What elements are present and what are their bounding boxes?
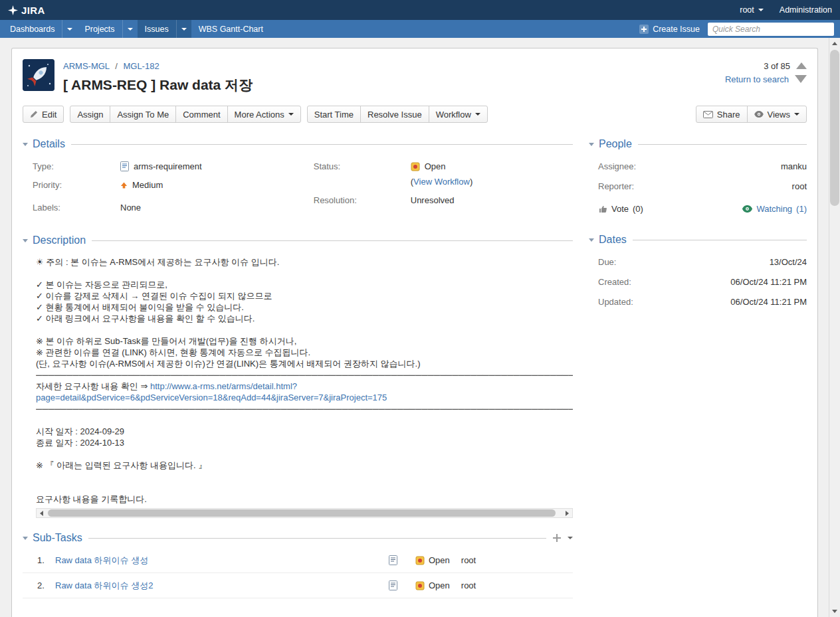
collapse-subtasks-icon[interactable] — [23, 537, 28, 540]
vscroll-thumb[interactable] — [830, 50, 839, 206]
description-line — [36, 482, 573, 493]
description-text: ☀ 주의 : 본 이슈는 A-RMS에서 제공하는 요구사항 이슈 입니다. — [36, 257, 279, 267]
description-line — [36, 268, 573, 279]
more-actions-button[interactable]: More Actions — [227, 106, 301, 123]
share-button[interactable]: Share — [696, 106, 748, 123]
priority-value: Medium — [132, 179, 163, 191]
due-value: 13/Oct/24 — [770, 256, 807, 268]
add-subtask-icon[interactable] — [552, 533, 562, 543]
administration-link[interactable]: Administration — [780, 5, 832, 15]
views-button[interactable]: Views — [747, 106, 807, 123]
issue-type-document-icon — [120, 161, 129, 171]
description-line — [36, 324, 573, 335]
watch-eye-icon — [742, 205, 752, 213]
start-time-button[interactable]: Start Time — [307, 106, 361, 123]
dates-heading: Dates — [599, 234, 627, 246]
issue-panel: ARMS-MGL / MGL-182 [ ARMS-REQ ] Raw data… — [11, 48, 818, 617]
return-to-search-link[interactable]: Return to search — [725, 74, 789, 84]
resolve-issue-button[interactable]: Resolve Issue — [360, 106, 429, 123]
create-issue-button[interactable]: Create Issue — [639, 25, 700, 34]
priority-label: Priority: — [33, 179, 120, 191]
description-hscrollbar[interactable] — [36, 508, 573, 518]
created-value: 06/Oct/24 11:21 PM — [730, 276, 807, 288]
vote-link[interactable]: Vote (0) — [598, 204, 643, 214]
chevron-down-icon — [67, 28, 72, 31]
updated-value: 06/Oct/24 11:21 PM — [730, 296, 807, 308]
envelope-icon — [703, 111, 713, 118]
chevron-down-icon — [758, 9, 764, 11]
subtask-title-link[interactable]: Raw data 하위이슈 생성2 — [55, 580, 153, 590]
quick-search-input[interactable] — [708, 23, 834, 36]
description-text: 요구사항 내용을 기록합니다. — [36, 494, 147, 504]
description-section: Description ☀ 주의 : 본 이슈는 A-RMS에서 제공하는 요구… — [23, 234, 573, 518]
vote-count: (0) — [633, 204, 643, 214]
ops-toolbar: Edit Assign Assign To Me Comment More Ac… — [23, 106, 807, 123]
plus-icon — [639, 25, 649, 34]
breadcrumb-issue-key-link[interactable]: MGL-182 — [123, 61, 159, 71]
nav-item-issues[interactable]: Issues — [138, 20, 191, 38]
section-rule — [92, 240, 573, 241]
user-menu[interactable]: root — [740, 5, 764, 15]
scroll-right-arrow[interactable] — [562, 509, 572, 517]
vote-label: Vote — [611, 204, 629, 214]
scroll-down-arrow[interactable] — [829, 606, 840, 617]
assignee-value: manku — [781, 161, 807, 172]
main-navigation: Dashboards Projects Issues WBS Gantt-Cha… — [0, 20, 840, 38]
description-text: ✓ 본 이슈는 자동으로 관리되므로, — [36, 280, 167, 290]
description-text: 자세한 요구사항 내용 확인 ⇒ — [36, 381, 150, 391]
breadcrumb: ARMS-MGL / MGL-182 — [63, 61, 253, 71]
watching-link[interactable]: Watching (1) — [742, 204, 807, 214]
description-text: ※ 본 이슈 하위로 Sub-Task를 만들어서 개발(업무)을 진행 하시거… — [36, 336, 296, 346]
description-text: ※ 관련한 이슈를 연결 (LINK) 하시면, 현황 통계에 자동으로 수집됩… — [36, 347, 310, 357]
description-link[interactable]: page=detail&pdService=6&pdServiceVersion… — [36, 393, 387, 402]
collapse-details-icon[interactable] — [23, 143, 28, 146]
nav-item-wbs-gantt-chart[interactable]: WBS Gantt-Chart — [191, 20, 270, 38]
nav-item-projects[interactable]: Projects — [77, 20, 137, 38]
user-name: root — [740, 5, 754, 15]
chevron-down-icon — [475, 113, 480, 116]
watching-label: Watching — [756, 204, 792, 214]
project-avatar-rocket-image — [23, 59, 54, 91]
comment-button[interactable]: Comment — [175, 106, 227, 123]
nav-item-dashboards[interactable]: Dashboards — [3, 20, 77, 38]
vertical-scrollbar[interactable] — [829, 38, 840, 617]
collapse-people-icon[interactable] — [589, 143, 594, 146]
breadcrumb-project-link[interactable]: ARMS-MGL — [63, 61, 110, 71]
description-line: 자세한 요구사항 내용 확인 ⇒ http://www.a-rms.net/ar… — [36, 381, 573, 392]
view-workflow-link[interactable]: View Workflow — [413, 177, 470, 187]
assign-to-me-button[interactable]: Assign To Me — [110, 106, 176, 123]
issues-dropdown[interactable] — [176, 20, 191, 38]
edit-button[interactable]: Edit — [23, 106, 64, 123]
collapse-description-icon[interactable] — [23, 239, 28, 242]
assign-button[interactable]: Assign — [70, 106, 110, 123]
description-text: ✓ 현황 통계에서 배제되어 불이익을 받을 수 있습니다. — [36, 302, 244, 312]
created-label: Created: — [598, 276, 631, 288]
subtask-title-link[interactable]: Raw data 하위이슈 생성 — [55, 555, 148, 565]
dashboards-dropdown[interactable] — [62, 20, 77, 38]
subtask-number: 1. — [37, 555, 55, 565]
projects-dropdown[interactable] — [122, 20, 138, 38]
pencil-icon — [30, 110, 38, 118]
subtask-number: 2. — [37, 580, 55, 590]
type-label: Type: — [33, 161, 120, 172]
watching-count: (1) — [796, 204, 807, 214]
collapse-dates-icon[interactable] — [589, 238, 594, 242]
subtasks-menu-caret-icon[interactable] — [568, 537, 573, 539]
next-issue-arrow[interactable] — [795, 75, 807, 83]
previous-issue-arrow[interactable] — [796, 62, 807, 69]
labels-label: Labels: — [33, 202, 120, 213]
description-text: ────────────────────────────────────────… — [36, 370, 573, 380]
description-link[interactable]: http://www.a-rms.net/arms/detail.html? — [150, 381, 297, 391]
scroll-left-arrow[interactable] — [37, 509, 47, 517]
pager-position: 3 of 85 — [764, 61, 790, 71]
issue-title: [ ARMS-REQ ] Raw data 저장 — [63, 76, 253, 94]
description-line: ☀ 주의 : 본 이슈는 A-RMS에서 제공하는 요구사항 이슈 입니다. — [36, 256, 573, 268]
status-value: Open — [425, 161, 446, 172]
scroll-up-arrow[interactable] — [829, 38, 840, 49]
description-heading: Description — [33, 234, 86, 246]
jira-logo[interactable]: JIRA — [8, 5, 45, 16]
description-text: ※ 『 아래는 입력된 요구사항 내용입니다. 』 — [36, 460, 207, 470]
hscroll-thumb[interactable] — [48, 509, 556, 517]
details-heading: Details — [33, 138, 65, 150]
workflow-button[interactable]: Workflow — [429, 106, 488, 123]
